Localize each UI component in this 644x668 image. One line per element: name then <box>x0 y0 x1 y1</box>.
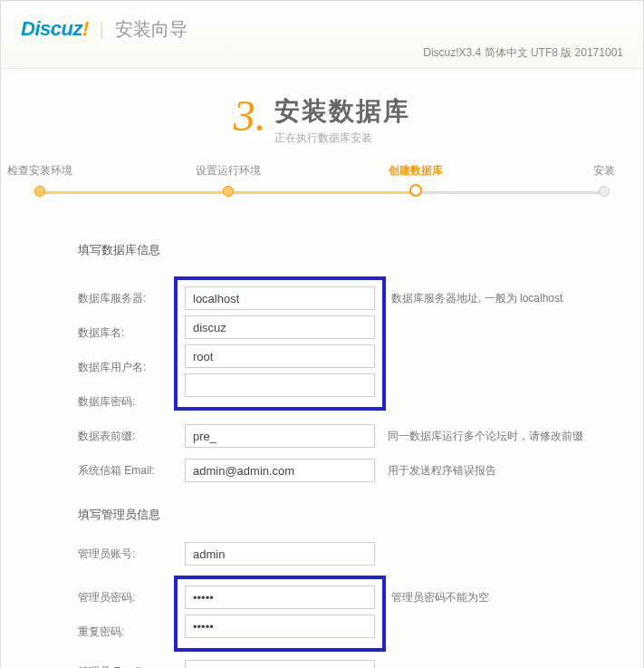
admin-pass-input[interactable] <box>185 586 375 609</box>
progress-step-4: 安装 <box>598 171 610 197</box>
progress-label-1: 检查安装环境 <box>7 163 72 179</box>
progress-dot-done-icon <box>223 186 234 197</box>
admin-email-input[interactable] <box>185 660 375 668</box>
progress-bar: 检查安装环境 设置运行环境 创建数据库 安装 <box>34 171 610 208</box>
db-user-input[interactable] <box>185 344 375 368</box>
admin-section-title: 填写管理员信息 <box>78 507 589 523</box>
version-text: Discuz!X3.4 简体中文 UTF8 版 20171001 <box>21 45 623 61</box>
installer-window: Discuz! | 安装向导 Discuz!X3.4 简体中文 UTF8 版 2… <box>0 0 644 668</box>
logo-text: Discuz <box>21 17 82 40</box>
header: Discuz! | 安装向导 Discuz!X3.4 简体中文 UTF8 版 2… <box>1 1 643 69</box>
step-title: 安装数据库 <box>274 94 410 129</box>
db-name-input[interactable] <box>185 315 375 339</box>
step-subtitle: 正在执行数据库安装 <box>274 131 410 146</box>
db-host-input[interactable] <box>185 286 375 310</box>
db-email-label: 系统信箱 Email: <box>78 463 185 479</box>
form-area: 填写数据库信息 数据库服务器: 数据库名: 数据库用户名: 数据库密码: 数据库… <box>1 208 643 668</box>
progress-step-1: 检查安装环境 <box>34 171 46 197</box>
step-number: 3. <box>234 91 266 140</box>
db-prefix-label: 数据表前缀: <box>78 429 185 444</box>
admin-pass-hint: 管理员密码不能为空 <box>391 590 489 605</box>
db-highlight-box <box>174 276 386 411</box>
progress-dot-current-icon <box>409 184 422 197</box>
admin-highlight-box <box>174 576 386 652</box>
progress-dot-done-icon <box>34 186 45 197</box>
admin-pass-label: 管理员密码: <box>78 590 185 605</box>
header-divider: | <box>100 19 104 40</box>
db-name-label: 数据库名: <box>78 325 185 341</box>
db-user-label: 数据库用户名: <box>78 360 185 375</box>
progress-label-3: 创建数据库 <box>389 163 443 179</box>
progress-step-3: 创建数据库 <box>409 171 422 197</box>
admin-user-input[interactable] <box>185 542 375 566</box>
step-heading: 3. 安装数据库 正在执行数据库安装 <box>1 69 643 155</box>
header-title: 安装向导 <box>115 17 187 42</box>
db-prefix-input[interactable] <box>185 424 375 448</box>
db-host-label: 数据库服务器: <box>78 291 185 306</box>
db-host-hint: 数据库服务器地址, 一般为 localhost <box>391 291 562 306</box>
db-email-hint: 用于发送程序错误报告 <box>388 463 496 479</box>
logo-exclamation: ! <box>82 17 89 40</box>
db-section-title: 填写数据库信息 <box>78 242 589 258</box>
logo: Discuz! <box>21 17 89 41</box>
db-prefix-hint: 同一数据库运行多个论坛时，请修改前缀 <box>388 429 583 444</box>
admin-user-label: 管理员账号: <box>78 547 185 562</box>
admin-pass2-input[interactable] <box>185 615 375 638</box>
progress-label-4: 安装 <box>593 163 615 179</box>
progress-dot-future-icon <box>599 186 610 197</box>
admin-email-label: 管理员 Email: <box>78 664 185 669</box>
admin-pass2-label: 重复密码: <box>78 624 185 640</box>
progress-step-2: 设置运行环境 <box>222 171 235 197</box>
db-pass-label: 数据库密码: <box>78 394 185 410</box>
db-email-input[interactable] <box>185 459 375 482</box>
progress-label-2: 设置运行环境 <box>196 163 261 179</box>
db-pass-input[interactable] <box>185 373 375 397</box>
